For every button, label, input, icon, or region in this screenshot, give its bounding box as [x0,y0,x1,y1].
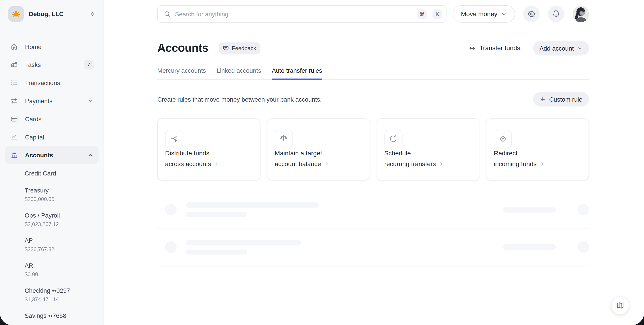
tab-mercury-accounts[interactable]: Mercury accounts [157,67,206,79]
sidebar-item-label: Transactions [25,79,94,86]
chevron-right-icon [324,161,330,167]
user-avatar[interactable] [572,6,589,22]
card-title: Maintain a target account balance [274,148,362,169]
avatar-illustration [572,6,589,22]
rules-description: Create rules that move money between you… [157,96,322,103]
account-item-credit-card[interactable]: Credit Card [0,165,103,182]
balance-scale-icon [274,130,293,148]
card-title: Schedule recurring transfers [384,148,472,169]
sidebar-item-accounts[interactable]: Accounts [5,146,98,164]
account-balance: $2,023,267.12 [24,221,96,228]
move-money-button[interactable]: Move money [453,5,515,23]
skeleton-value [503,207,556,213]
sidebar-item-payments[interactable]: Payments [5,92,98,110]
add-account-label: Add account [540,45,574,52]
card-schedule-recurring[interactable]: Schedule recurring transfers [376,118,480,180]
search-input[interactable] [175,11,413,18]
skeleton-text [186,202,319,217]
rules-section-header: Create rules that move money between you… [157,92,589,106]
sidebar-item-home[interactable]: Home [5,37,98,56]
custom-rule-label: Custom rule [549,96,582,103]
skeleton-row [157,235,589,258]
account-item-ar[interactable]: AR $0.00 [0,257,103,282]
search-icon [164,10,171,18]
skeleton-avatar [165,241,176,253]
divider [157,228,589,228]
loading-skeleton [157,198,589,266]
map-button[interactable] [611,296,629,314]
sidebar-nav: Home Tasks 7 [0,29,103,164]
custom-rule-button[interactable]: Custom rule [533,92,589,106]
split-arrows-icon [165,130,183,148]
add-account-button[interactable]: Add account [533,41,589,55]
notifications-button[interactable] [548,6,564,22]
credit-card-icon [10,115,18,123]
rotate-clockwise-icon [384,130,402,148]
page-header: Accounts Feedback [157,39,589,57]
bug-logo-icon [11,9,21,19]
sidebar-item-transactions[interactable]: Transactions [5,74,98,92]
card-maintain-target-balance[interactable]: Maintain a target account balance [267,118,370,180]
account-item-checking[interactable]: Checking ••0297 $1,374,471.14 [0,282,103,307]
card-distribute-funds[interactable]: Distribute funds across accounts [157,118,260,180]
account-item-treasury[interactable]: Treasury $200,000.00 [0,182,103,207]
card-line1: Distribute funds [165,148,252,158]
sidebar-item-label: Accounts [25,152,80,158]
search-bar[interactable]: ⌘ K [157,5,446,23]
account-item-ops-payroll[interactable]: Ops / Payroll $2,023,267.12 [0,207,103,232]
tabs: Mercury accounts Linked accounts Auto tr… [157,67,589,80]
bank-icon [10,151,18,159]
tab-linked-accounts[interactable]: Linked accounts [217,67,261,79]
accounts-page: Accounts Feedback [104,39,644,266]
chevron-right-icon [439,161,444,167]
card-line1: Maintain a target [274,148,362,158]
skeleton-action [577,204,589,215]
transfer-funds-label: Transfer funds [480,44,520,52]
account-name: AP [24,236,96,245]
skeleton-text [186,240,301,254]
account-balance: $226,767.82 [24,246,96,253]
card-line1: Schedule [384,148,472,158]
org-switcher[interactable]: Debug, LLC [0,0,103,29]
card-redirect-incoming[interactable]: Redirect incoming funds [486,118,589,180]
org-name: Debug, LLC [29,10,84,18]
feedback-button[interactable]: Feedback [219,42,260,54]
redirect-sign-icon [494,130,512,148]
account-balance: $0.00 [24,271,96,278]
page-title: Accounts [157,42,208,55]
chart-line-icon [10,133,18,141]
card-line2: incoming funds [494,158,537,169]
accounts-sublist: Credit Card Treasury $200,000.00 Ops / P… [0,164,103,324]
rule-template-cards: Distribute funds across accounts [157,118,589,180]
account-name: Savings ••7658 [24,311,96,320]
skeleton-value [503,244,556,250]
card-title: Distribute funds across accounts [165,148,252,169]
skeleton-avatar [165,204,176,215]
sidebar-item-cards[interactable]: Cards [5,110,98,128]
sidebar-item-capital[interactable]: Capital [5,128,98,146]
account-item-ap[interactable]: AP $226,767.82 [0,232,103,257]
card-line1: Redirect [494,148,581,158]
tasks-count-badge: 7 [84,60,94,69]
account-balance: $200,000.00 [24,196,96,203]
bell-icon [552,10,560,18]
topbar: ⌘ K Move money [104,0,644,23]
card-line2: across accounts [165,158,211,169]
account-name: Ops / Payroll [24,211,96,220]
account-name: AR [24,261,96,270]
sidebar-item-tasks[interactable]: Tasks 7 [5,56,98,74]
sidebar-item-label: Capital [25,133,94,140]
transfer-funds-button[interactable]: Transfer funds [469,44,520,52]
privacy-toggle-button[interactable] [523,6,540,22]
account-item-savings[interactable]: Savings ••7658 [0,307,103,324]
divider [157,266,589,266]
app-window: Debug, LLC Home [0,0,644,325]
transfer-arrows-icon [10,97,18,105]
k-key-badge: K [433,9,442,19]
skeleton-action [577,241,589,253]
chevron-updown-icon [89,11,96,17]
account-name: Credit Card [24,169,96,178]
map-icon [616,301,624,309]
tab-auto-transfer-rules[interactable]: Auto transfer rules [272,67,322,79]
eye-off-icon [527,10,536,18]
